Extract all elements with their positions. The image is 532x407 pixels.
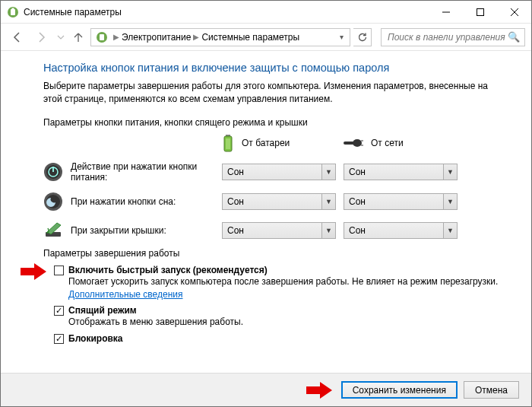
highlight-arrow-icon	[306, 382, 332, 399]
row-label-text: При закрытии крышки:	[71, 225, 166, 236]
power-options-icon	[96, 31, 108, 43]
breadcrumb-item[interactable]: Электропитание	[122, 32, 191, 43]
section-title-shutdown: Параметры завершения работы	[43, 248, 507, 259]
combo-power-ac[interactable]: Сон▼	[344, 164, 458, 180]
cancel-button[interactable]: Отмена	[464, 381, 519, 399]
column-label: От батареи	[242, 138, 290, 148]
chevron-down-icon: ▼	[321, 194, 335, 209]
navbar: ▶ Электропитание ▶ Системные параметры ▾…	[1, 24, 531, 51]
checkbox-fast-startup[interactable]	[54, 266, 64, 275]
option-label: Включить быстрый запуск (рекомендуется)	[68, 265, 268, 275]
maximize-button[interactable]	[463, 1, 497, 24]
row-sleep-button: При нажатии кнопки сна:	[43, 192, 222, 211]
option-description: Отображать в меню завершения работы.	[68, 316, 507, 329]
combo-sleep-ac[interactable]: Сон▼	[344, 193, 458, 210]
power-options-icon	[7, 6, 19, 18]
column-header-ac: От сети	[344, 138, 465, 148]
combo-sleep-battery[interactable]: Сон▼	[222, 193, 336, 210]
search-input[interactable]	[386, 31, 508, 43]
window-title: Системные параметры	[24, 7, 429, 17]
chevron-right-icon[interactable]: ▶	[113, 33, 119, 41]
plug-icon	[344, 138, 363, 148]
svg-rect-11	[226, 138, 230, 149]
option-description: Помогает ускорить запуск компьютера посл…	[68, 275, 507, 301]
breadcrumb-item[interactable]: Системные параметры	[201, 32, 299, 43]
power-settings-grid: От батареи От сети Действие при нажатии …	[43, 134, 507, 240]
page-description: Выберите параметры завершения работы для…	[43, 80, 507, 107]
footer: Сохранить изменения Отмена	[1, 373, 531, 406]
column-label: От сети	[371, 138, 404, 148]
row-label-text: Действие при нажатии кнопки питания:	[71, 161, 222, 183]
chevron-down-icon: ▼	[321, 223, 335, 238]
svg-rect-2	[12, 8, 14, 9]
breadcrumb[interactable]: ▶ Электропитание ▶ Системные параметры ▾	[90, 28, 350, 46]
close-button[interactable]	[497, 1, 531, 24]
row-label-text: При нажатии кнопки сна:	[71, 196, 176, 207]
chevron-down-icon: ▼	[321, 164, 335, 180]
checkbox-sleep[interactable]: ✓	[54, 306, 64, 316]
row-power-button: Действие при нажатии кнопки питания:	[43, 161, 222, 183]
search-icon[interactable]: 🔍	[508, 31, 520, 43]
svg-rect-4	[477, 8, 483, 15]
option-fast-startup: Включить быстрый запуск (рекомендуется) …	[54, 265, 507, 301]
learn-more-link[interactable]: Дополнительные сведения	[68, 289, 182, 300]
highlight-arrow-icon	[21, 263, 46, 280]
svg-rect-8	[100, 34, 104, 40]
power-button-icon	[43, 162, 63, 182]
sleep-button-icon	[43, 192, 63, 211]
svg-rect-1	[11, 9, 15, 15]
combo-power-battery[interactable]: Сон▼	[222, 164, 336, 180]
checkbox-lock[interactable]: ✓	[54, 334, 64, 344]
row-lid-close: При закрытии крышки:	[43, 221, 222, 240]
option-label: Блокировка	[68, 333, 123, 344]
chevron-down-icon: ▼	[443, 164, 457, 180]
option-label: Спящий режим	[68, 305, 137, 316]
column-header-battery: От батареи	[222, 134, 344, 152]
chevron-right-icon[interactable]: ▶	[193, 33, 199, 41]
svg-rect-13	[344, 141, 354, 145]
shutdown-section: Параметры завершения работы Включить быс…	[43, 248, 507, 344]
option-lock: ✓ Блокировка	[54, 333, 507, 344]
chevron-down-icon: ▼	[443, 223, 457, 238]
forward-button[interactable]	[31, 27, 52, 48]
page-heading: Настройка кнопок питания и включение защ…	[43, 62, 507, 74]
save-button[interactable]: Сохранить изменения	[341, 381, 458, 399]
battery-icon	[222, 134, 234, 152]
minimize-button[interactable]	[429, 1, 463, 24]
chevron-down-icon: ▼	[443, 194, 457, 209]
search-box[interactable]: 🔍	[381, 28, 525, 46]
recent-dropdown[interactable]	[55, 27, 66, 48]
option-sleep: ✓ Спящий режим Отображать в меню заверше…	[54, 305, 507, 329]
combo-lid-ac[interactable]: Сон▼	[344, 222, 458, 239]
back-button[interactable]	[7, 27, 28, 48]
chevron-down-icon[interactable]: ▾	[334, 33, 348, 41]
titlebar: Системные параметры	[1, 1, 531, 24]
laptop-lid-icon	[43, 221, 63, 240]
up-button[interactable]	[69, 27, 87, 48]
combo-lid-battery[interactable]: Сон▼	[222, 222, 336, 239]
content-area: Настройка кнопок питания и включение защ…	[1, 51, 531, 344]
section-title-buttons: Параметры кнопки питания, кнопки спящего…	[43, 117, 507, 128]
refresh-button[interactable]	[353, 28, 372, 46]
